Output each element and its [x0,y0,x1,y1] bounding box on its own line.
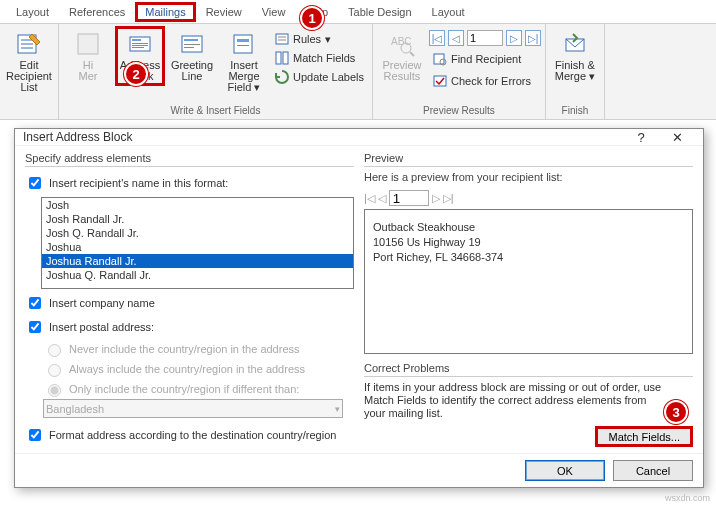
finish-merge-button[interactable]: Finish & Merge ▾ [550,26,600,86]
step-1-badge: 1 [300,6,324,30]
name-option-selected[interactable]: Joshua Randall Jr. [42,254,353,268]
name-option[interactable]: Josh [42,198,353,212]
tab-view[interactable]: View [252,2,296,22]
finish-label: Finish & Merge ▾ [555,60,595,82]
tab-references[interactable]: References [59,2,135,22]
name-format-list[interactable]: Josh Josh Randall Jr. Josh Q. Randall Jr… [41,197,354,289]
preview-prev-button[interactable]: ◁ [378,192,386,205]
find-icon [433,52,447,66]
preview-first-button[interactable]: |◁ [364,192,375,205]
match-fields-dialog-button[interactable]: Match Fields... [595,426,693,447]
never-country-radio: Never include the country/region in the … [43,341,354,357]
match-fields-icon [275,51,289,65]
svg-rect-8 [132,45,148,46]
group-label-preview: Preview Results [377,103,541,117]
preview-hint: Here is a preview from your recipient li… [364,171,693,183]
watermark: wsxdn.com [665,493,710,503]
ribbon-tabs: Layout References Mailings Review View H… [0,0,716,24]
greeting-icon [178,30,206,58]
next-record-button[interactable]: ▷ [506,30,522,46]
check-errors-button[interactable]: Check for Errors [429,72,541,90]
name-option[interactable]: Joshua [42,240,353,254]
preview-box: Outback Steakhouse 10156 Us Highway 19 P… [364,209,693,354]
preview-heading: Preview [364,152,693,167]
edit-list-label: Edit Recipient List [6,60,52,93]
record-nav: |◁ ◁ ▷ ▷| [429,30,541,46]
insert-company-checkbox[interactable]: Insert company name [25,294,354,312]
group-label-finish: Finish [550,103,600,117]
address-block-icon [126,30,154,58]
edit-list-icon [15,30,43,58]
specify-heading: Specify address elements [25,152,354,167]
record-number-input[interactable] [467,30,503,46]
country-combo: Bangladesh▾ [43,399,343,418]
group-preview-results: ABC Preview Results |◁ ◁ ▷ ▷| Find Recip… [373,24,546,119]
group-label-write: Write & Insert Fields [63,103,368,117]
ok-button[interactable]: OK [525,460,605,481]
insert-merge-icon [230,30,258,58]
greeting-label: Greeting Line [171,60,213,82]
tab-layout[interactable]: Layout [6,2,59,22]
match-fields-button[interactable]: Match Fields [271,49,368,67]
edit-recipient-list-button[interactable]: Edit Recipient List [4,26,54,97]
svg-rect-14 [234,35,252,53]
group-finish: Finish & Merge ▾ Finish [546,24,605,119]
specify-column: Specify address elements Insert recipien… [25,152,354,447]
greeting-line-button[interactable]: Greeting Line [167,26,217,86]
preview-line: Port Richey, FL 34668-374 [373,250,684,265]
highlight-merge-fields-button[interactable]: Hi Mer [63,26,113,86]
preview-line: Outback Steakhouse [373,220,684,235]
preview-nav: |◁ ◁ ▷ ▷| [364,190,693,206]
step-2-badge: 2 [124,62,148,86]
format-destination-checkbox[interactable]: Format address according to the destinat… [25,426,354,444]
svg-rect-11 [184,39,198,41]
svg-rect-13 [184,47,194,48]
dialog-close-button[interactable]: ✕ [659,130,695,145]
chevron-down-icon: ▾ [325,33,331,46]
update-labels-button[interactable]: Update Labels [271,68,368,86]
preview-next-button[interactable]: ▷ [432,192,440,205]
dialog-titlebar: Insert Address Block ? ✕ [15,129,703,146]
tab-mailings[interactable]: Mailings [135,2,195,22]
name-option[interactable]: Josh Randall Jr. [42,212,353,226]
svg-rect-7 [132,43,148,44]
preview-last-button[interactable]: ▷| [443,192,454,205]
svg-rect-27 [434,76,446,86]
preview-index-input[interactable] [389,190,429,206]
svg-rect-9 [132,47,144,48]
finish-icon [561,30,589,58]
rules-button[interactable]: Rules ▾ [271,30,368,48]
dialog-help-button[interactable]: ? [623,130,659,145]
only-country-radio: Only include the country/region if diffe… [43,381,354,397]
group-label-empty [4,103,54,117]
svg-rect-6 [132,39,141,41]
insert-address-block-dialog: Insert Address Block ? ✕ Specify address… [14,128,704,488]
prev-record-button[interactable]: ◁ [448,30,464,46]
tab-table-design[interactable]: Table Design [338,2,422,22]
ribbon: Edit Recipient List Hi Mer Address Block… [0,24,716,120]
insert-merge-field-button[interactable]: Insert Merge Field ▾ [219,26,269,97]
name-option[interactable]: Joshua Q. Randall Jr. [42,268,353,282]
svg-rect-16 [237,45,249,46]
group-write-insert: Hi Mer Address Block Greeting Line Inser… [59,24,373,119]
preview-results-button[interactable]: ABC Preview Results [377,26,427,86]
last-record-button[interactable]: ▷| [525,30,541,46]
find-recipient-button[interactable]: Find Recipient [429,50,541,68]
dialog-title: Insert Address Block [23,130,132,144]
first-record-button[interactable]: |◁ [429,30,445,46]
name-option[interactable]: Josh Q. Randall Jr. [42,226,353,240]
insert-merge-label: Insert Merge Field ▾ [221,60,267,93]
correct-msg: If items in your address block are missi… [364,381,693,420]
cancel-button[interactable]: Cancel [613,460,693,481]
update-labels-icon [275,70,289,84]
svg-rect-21 [283,52,288,64]
svg-rect-15 [237,39,249,42]
highlight-icon [74,30,102,58]
insert-name-checkbox[interactable]: Insert recipient's name in this format: [25,174,354,192]
preview-column: Preview Here is a preview from your reci… [364,152,693,447]
tab-layout2[interactable]: Layout [422,2,475,22]
tab-review[interactable]: Review [196,2,252,22]
highlight-label: Hi Mer [79,60,98,82]
insert-postal-checkbox[interactable]: Insert postal address: [25,318,354,336]
preview-label: Preview Results [382,60,421,82]
